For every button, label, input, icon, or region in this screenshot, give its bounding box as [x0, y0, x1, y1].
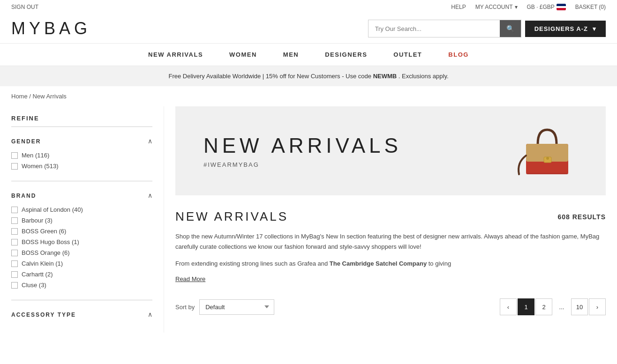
- gender-filter-header[interactable]: GENDER ∧: [11, 132, 152, 150]
- chevron-down-icon: ▾: [593, 25, 596, 32]
- svg-point-3: [546, 157, 549, 160]
- sort-select[interactable]: Default Price: Low to High Price: High t…: [199, 299, 274, 315]
- chevron-down-icon: ▾: [515, 4, 518, 10]
- bag-svg: [512, 120, 573, 181]
- nav-blog[interactable]: BLOG: [435, 44, 482, 66]
- accessory-filter-title: ACCESSORY TYPE: [11, 312, 76, 318]
- results-count: 608 RESULTS: [557, 213, 606, 221]
- brand-filter-item[interactable]: Carhartt (2): [11, 269, 152, 280]
- brand-aspinal-checkbox[interactable]: [11, 207, 18, 213]
- main-nav: NEW ARRIVALS WOMEN MEN DESIGNERS OUTLET …: [0, 44, 617, 66]
- sign-out-link[interactable]: SIGN OUT: [11, 4, 38, 10]
- refine-label: REFINE: [11, 106, 152, 126]
- hero-subtitle: #IWEARMYBAG: [203, 161, 402, 168]
- nav-women[interactable]: WOMEN: [216, 44, 270, 66]
- header-right: 🔍 DESIGNERS A-Z ▾: [368, 20, 606, 37]
- sidebar: REFINE GENDER ∧ Men (116) Women (513) BR…: [0, 106, 164, 333]
- brand-filter-item[interactable]: BOSS Orange (6): [11, 247, 152, 258]
- accessory-filter-section: ACCESSORY TYPE ∧: [11, 305, 152, 323]
- brand-filter-item[interactable]: BOSS Hugo Boss (1): [11, 237, 152, 247]
- brand-calvin-klein-checkbox[interactable]: [11, 260, 18, 267]
- search-button[interactable]: 🔍: [500, 20, 521, 37]
- sort-row: Sort by Default Price: Low to High Price…: [175, 299, 274, 315]
- pagination-page-2[interactable]: 2: [535, 298, 552, 315]
- brand-filter-item[interactable]: Barbour (3): [11, 215, 152, 226]
- brand-filter-title: BRAND: [11, 193, 36, 199]
- sort-label: Sort by: [175, 304, 195, 311]
- gender-women-label: Women (513): [22, 163, 59, 170]
- brand-collapse-icon: ∧: [148, 192, 152, 200]
- flag-icon: [557, 4, 566, 10]
- content-area: NEW ARRIVALS #IWEARMYBAG: [164, 106, 617, 333]
- designers-az-button[interactable]: DESIGNERS A-Z ▾: [525, 21, 606, 37]
- brand-cluse-checkbox[interactable]: [11, 282, 18, 289]
- hero-title: NEW ARRIVALS: [203, 134, 402, 157]
- pagination-ellipsis: ...: [553, 298, 570, 315]
- nav-outlet[interactable]: OUTLET: [380, 44, 435, 66]
- brand-boss-hugo-checkbox[interactable]: [11, 239, 18, 245]
- hero-image: [512, 120, 578, 181]
- pagination-page-1[interactable]: 1: [518, 298, 534, 315]
- brand-filter-item[interactable]: BOSS Green (6): [11, 226, 152, 237]
- search-container: 🔍: [368, 20, 521, 37]
- brand-boss-orange-checkbox[interactable]: [11, 250, 18, 256]
- brand-boss-green-checkbox[interactable]: [11, 228, 18, 235]
- nav-designers[interactable]: DESIGNERS: [312, 44, 380, 66]
- brand-barbour-checkbox[interactable]: [11, 217, 18, 224]
- logo[interactable]: MYBAG: [11, 19, 91, 38]
- promo-bar: Free Delivery Available Worldwide | 15% …: [0, 66, 617, 86]
- svg-rect-4: [526, 173, 568, 174]
- pagination-next[interactable]: ›: [589, 298, 606, 315]
- brand-filter-section: BRAND ∧ Aspinal of London (40) Barbour (…: [11, 186, 152, 290]
- pagination-prev[interactable]: ‹: [500, 298, 517, 315]
- accessory-collapse-icon: ∧: [148, 311, 152, 319]
- brand-carhartt-checkbox[interactable]: [11, 271, 18, 278]
- gender-filter-title: GENDER: [11, 138, 41, 145]
- brand-filter-header[interactable]: BRAND ∧: [11, 186, 152, 204]
- breadcrumb-home[interactable]: Home: [11, 93, 28, 100]
- brand-filter-item[interactable]: Calvin Klein (1): [11, 258, 152, 269]
- nav-men[interactable]: MEN: [270, 44, 312, 66]
- search-input[interactable]: [369, 21, 500, 37]
- hero-text: NEW ARRIVALS #IWEARMYBAG: [203, 134, 402, 168]
- main-layout: REFINE GENDER ∧ Men (116) Women (513) BR…: [0, 106, 617, 351]
- section-title: NEW ARRIVALS: [175, 209, 288, 224]
- breadcrumb: Home / New Arrivals: [0, 86, 617, 106]
- description1: Shop the new Autumn/Winter 17 collection…: [175, 231, 606, 252]
- brand-filter-item[interactable]: Aspinal of London (40): [11, 204, 152, 215]
- description2: From extending existing strong lines suc…: [175, 259, 606, 269]
- gender-men-checkbox[interactable]: [11, 152, 18, 159]
- currency-selector[interactable]: GB · £GBP: [527, 4, 566, 10]
- nav-new-arrivals[interactable]: NEW ARRIVALS: [135, 44, 216, 66]
- read-more-link[interactable]: Read More: [175, 275, 205, 282]
- gender-men-label: Men (116): [22, 152, 49, 159]
- gender-women-checkbox[interactable]: [11, 163, 18, 170]
- hero-banner: NEW ARRIVALS #IWEARMYBAG: [175, 106, 606, 195]
- brand-filter-item[interactable]: Cluse (3): [11, 280, 152, 290]
- gender-filter-section: GENDER ∧ Men (116) Women (513): [11, 132, 152, 171]
- gender-filter-item[interactable]: Women (513): [11, 161, 152, 171]
- gender-collapse-icon: ∧: [148, 137, 152, 145]
- gender-filter-item[interactable]: Men (116): [11, 150, 152, 161]
- sort-pagination-row: Sort by Default Price: Low to High Price…: [175, 298, 606, 315]
- help-link[interactable]: HELP: [451, 4, 466, 10]
- header: MYBAG 🔍 DESIGNERS A-Z ▾: [0, 14, 617, 44]
- my-account-btn[interactable]: MY ACCOUNT ▾: [475, 4, 518, 10]
- pagination: ‹ 1 2 ... 10 ›: [500, 298, 606, 315]
- search-icon: 🔍: [506, 25, 514, 32]
- accessory-filter-header[interactable]: ACCESSORY TYPE ∧: [11, 305, 152, 323]
- basket-link[interactable]: BASKET (0): [575, 4, 606, 10]
- pagination-page-10[interactable]: 10: [571, 298, 588, 315]
- section-heading-row: NEW ARRIVALS 608 RESULTS: [175, 209, 606, 224]
